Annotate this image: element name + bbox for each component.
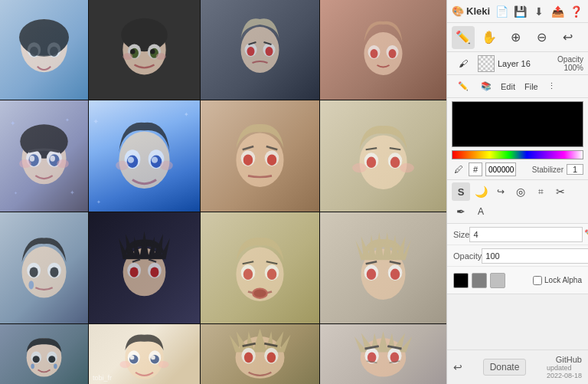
svg-point-60 <box>388 153 403 169</box>
svg-point-62 <box>390 157 400 169</box>
paint-bucket-btn[interactable]: 🖌 <box>452 52 475 75</box>
svg-point-44 <box>127 155 139 168</box>
svg-point-67 <box>47 263 61 278</box>
svg-point-0 <box>21 19 67 72</box>
color-controls: 🖊 # 000000 Stabilizer 1 <box>452 162 583 176</box>
zoom-out-btn[interactable]: ⊖ <box>530 26 553 49</box>
collage-cell-6: ✦ ✦ ✦ <box>89 100 200 212</box>
collage-cell-13 <box>0 324 88 384</box>
svg-point-8 <box>121 18 168 51</box>
svg-point-34 <box>50 156 55 162</box>
svg-point-63 <box>352 163 367 172</box>
svg-point-73 <box>148 263 162 278</box>
undo-icon[interactable]: ↩ <box>453 361 462 373</box>
brush-tool-btn[interactable]: ✏️ <box>452 26 475 49</box>
main-color-swatch[interactable] <box>452 101 583 147</box>
svg-point-32 <box>49 154 59 166</box>
eyedropper-icon[interactable]: 🖊 <box>452 162 466 176</box>
size-input[interactable] <box>469 227 583 242</box>
save-btn[interactable]: 💾 <box>513 3 527 20</box>
hex-indicator: # <box>469 162 482 176</box>
lasso-icon[interactable]: ⌗ <box>531 182 550 201</box>
new-file-btn[interactable]: 📄 <box>495 3 508 20</box>
swatch-gray[interactable] <box>472 273 487 288</box>
edit-menu-btn[interactable]: Edit <box>498 80 518 93</box>
download-btn[interactable]: ⬇ <box>532 3 546 20</box>
brush-small-btn[interactable]: ✏️ <box>452 75 475 98</box>
fill-icon[interactable]: ✒ <box>452 202 470 221</box>
updated-label: updated 2022-08-18 <box>547 364 582 379</box>
svg-point-81 <box>252 287 268 299</box>
svg-point-90 <box>47 351 57 363</box>
svg-point-89 <box>31 351 41 363</box>
swatch-lightgray[interactable] <box>490 273 505 288</box>
svg-point-65 <box>22 247 67 298</box>
svg-point-33 <box>30 156 35 162</box>
brush-S-icon[interactable]: S <box>452 182 470 201</box>
svg-point-77 <box>241 264 256 281</box>
github-link[interactable]: GitHub <box>556 355 582 364</box>
zoom-in-btn[interactable]: ⊕ <box>504 26 527 49</box>
svg-point-10 <box>148 44 161 58</box>
svg-point-80 <box>267 269 276 281</box>
svg-point-85 <box>388 264 403 281</box>
svg-point-55 <box>265 150 279 166</box>
smear-icon[interactable]: 🌙 <box>472 182 490 201</box>
svg-point-4 <box>30 47 38 57</box>
svg-point-71 <box>123 248 166 296</box>
svg-point-48 <box>116 161 129 170</box>
text-icon[interactable]: A <box>472 202 490 221</box>
app-header: 🎨 Kleki 📄 💾 ⬇ 📤 ❓ <box>447 0 588 23</box>
help-btn[interactable]: ❓ <box>570 3 583 20</box>
svg-point-68 <box>30 267 38 277</box>
donate-button[interactable]: Donate <box>483 359 527 376</box>
svg-point-112 <box>368 353 376 363</box>
svg-point-12 <box>150 48 158 58</box>
layers-btn[interactable]: 📚 <box>478 80 495 93</box>
svg-point-28 <box>20 124 67 159</box>
svg-point-20 <box>247 47 255 56</box>
hand-tool-btn[interactable]: ✋ <box>478 26 501 49</box>
sub-toolbar: ✏️ 📚 Edit File ⋮ <box>447 75 588 98</box>
svg-point-6 <box>22 27 65 57</box>
svg-point-76 <box>236 248 283 301</box>
svg-point-16 <box>156 53 166 60</box>
lock-alpha-checkbox[interactable] <box>533 276 542 285</box>
swatch-black[interactable] <box>453 273 469 288</box>
share-btn[interactable]: 📤 <box>550 3 564 20</box>
svg-point-56 <box>243 154 253 166</box>
svg-point-1 <box>19 19 69 56</box>
more-menu-btn[interactable]: ⋮ <box>544 80 559 93</box>
hex-value[interactable]: 000000 <box>485 162 516 176</box>
svg-point-93 <box>31 363 34 369</box>
svg-point-96 <box>128 350 140 364</box>
size-icon: ✏️ <box>584 227 588 242</box>
circle-icon[interactable]: ◎ <box>511 182 530 201</box>
svg-point-97 <box>149 350 161 364</box>
logo-text: Kleki <box>466 5 490 17</box>
svg-point-25 <box>371 49 378 58</box>
svg-point-21 <box>266 47 273 56</box>
opacity-label: Opacity <box>453 251 482 261</box>
watermark-text: tobi_fr <box>93 374 112 382</box>
eraser-icon[interactable]: ↪ <box>492 182 510 201</box>
svg-point-78 <box>265 264 279 281</box>
app-logo: 🎨 Kleki <box>452 5 490 17</box>
collage-cell-10 <box>89 212 200 323</box>
svg-point-15 <box>122 53 132 60</box>
stabilizer-value[interactable]: 1 <box>567 164 583 175</box>
opacity-prop-row: Opacity 🖊 <box>447 245 588 267</box>
canvas-area[interactable]: ✦ ✦ ✦ ✦ ✦ ✦ ✦ <box>0 0 446 384</box>
logo-icon: 🎨 <box>452 5 464 17</box>
file-menu-btn[interactable]: File <box>521 80 541 93</box>
collage-cell-15 <box>201 324 319 384</box>
svg-point-47 <box>152 157 158 163</box>
svg-point-30 <box>47 150 62 167</box>
svg-point-110 <box>365 348 379 364</box>
opacity-input[interactable] <box>482 248 588 264</box>
undo-toolbar-btn[interactable]: ↩ <box>556 26 579 49</box>
color-rainbow-bar[interactable] <box>452 150 583 159</box>
stamp-icon[interactable]: ✂ <box>551 182 570 201</box>
svg-point-113 <box>390 353 399 363</box>
opacity-display: Opacity 100% <box>557 55 583 72</box>
